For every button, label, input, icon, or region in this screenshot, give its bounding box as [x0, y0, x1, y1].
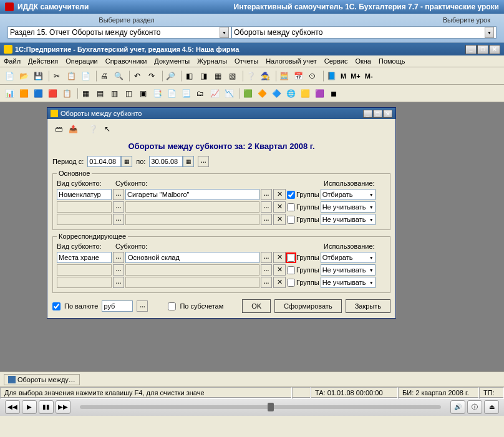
menu-documents[interactable]: Документы	[154, 57, 190, 65]
report-icon[interactable]: 🟩	[241, 87, 254, 100]
pause-button[interactable]: ▮▮	[39, 400, 54, 414]
info-button[interactable]: ⓘ	[467, 400, 482, 414]
pick-button[interactable]: …	[113, 214, 124, 225]
report-icon[interactable]: 📉	[222, 87, 236, 100]
copy-icon[interactable]: 📋	[64, 69, 78, 83]
pick-button[interactable]: …	[137, 300, 148, 312]
groups-checkbox[interactable]	[287, 216, 295, 224]
new-icon[interactable]: 📄	[2, 69, 16, 83]
clear-button[interactable]: ✕	[273, 214, 286, 225]
save-settings-icon[interactable]: 🗃	[52, 123, 65, 135]
type-input[interactable]	[57, 277, 112, 288]
chevron-down-icon[interactable]: ▼	[485, 27, 494, 38]
help-icon[interactable]: ❔	[244, 69, 258, 83]
help-icon[interactable]: ❔	[87, 123, 99, 135]
report-icon[interactable]: 📈	[208, 87, 221, 100]
wizard-icon[interactable]: 🧙	[258, 69, 272, 83]
calendar-icon[interactable]: 📅	[291, 69, 305, 83]
redo-icon[interactable]: ↷	[145, 69, 158, 83]
close-button[interactable]: ✕	[383, 110, 392, 118]
report-icon[interactable]: 🗂	[193, 87, 207, 100]
pick-button[interactable]: …	[261, 252, 272, 263]
m-plus-button[interactable]: M+	[349, 72, 362, 80]
clear-button[interactable]: ✕	[273, 189, 286, 200]
clock-icon[interactable]: ⏲	[306, 69, 319, 83]
clear-button[interactable]: ✕	[273, 252, 286, 263]
type-input[interactable]: Номенклатур	[57, 189, 112, 200]
subconto-input[interactable]: Сигареты "Malboro"	[125, 189, 259, 200]
book-icon[interactable]: 📘	[324, 69, 338, 83]
type-input[interactable]	[57, 214, 112, 225]
period-picker-button[interactable]: …	[198, 156, 209, 167]
menu-file[interactable]: Файл	[4, 57, 21, 65]
m-minus-button[interactable]: M-	[363, 72, 375, 80]
lesson-combo[interactable]: Обороты между субконто ▼	[231, 26, 497, 39]
report-icon[interactable]: ▣	[136, 87, 150, 100]
pick-button[interactable]: …	[113, 264, 124, 276]
usage-combo[interactable]: Не учитывать▼	[321, 214, 376, 225]
find-icon[interactable]: 🔎	[163, 69, 177, 83]
report-icon[interactable]: 🟦	[31, 87, 45, 100]
load-settings-icon[interactable]: 📤	[67, 123, 79, 135]
ok-button[interactable]: OK	[242, 299, 271, 313]
groups-checkbox[interactable]	[287, 203, 295, 211]
paste-icon[interactable]: 📄	[79, 69, 92, 83]
calendar-icon[interactable]: ▦	[183, 156, 194, 167]
prev-button[interactable]: ◀◀	[5, 400, 20, 414]
menu-refs[interactable]: Справочники	[105, 57, 147, 65]
type-input[interactable]	[57, 201, 112, 213]
report-icon[interactable]: 🟨	[298, 87, 312, 100]
subconto-input[interactable]	[125, 277, 259, 288]
usage-combo[interactable]: Отбирать▼	[321, 189, 376, 200]
tool-icon[interactable]: ▧	[225, 69, 239, 83]
clear-button[interactable]: ✕	[273, 264, 286, 276]
report-icon[interactable]: ▤	[93, 87, 107, 100]
by-subaccounts-checkbox[interactable]	[168, 302, 176, 310]
menu-operations[interactable]: Операции	[65, 57, 97, 65]
report-icon[interactable]: 📃	[179, 87, 193, 100]
close-button[interactable]: ✕	[489, 45, 500, 54]
report-icon[interactable]: 📊	[2, 87, 16, 100]
minimize-button[interactable]: _	[363, 110, 372, 118]
pick-button[interactable]: …	[261, 214, 272, 225]
dialog-titlebar[interactable]: Обороты между субконто _ □ ✕	[47, 108, 395, 119]
subconto-input[interactable]: Основной склад	[125, 252, 259, 263]
pick-button[interactable]: …	[113, 277, 124, 288]
tab-turnovers[interactable]: Обороты между…	[4, 374, 80, 385]
undo-icon[interactable]: ↶	[130, 69, 144, 83]
menu-service[interactable]: Сервис	[324, 57, 348, 65]
tool-icon[interactable]: ▦	[211, 69, 225, 83]
pick-button[interactable]: …	[113, 189, 124, 200]
open-icon[interactable]: 📂	[17, 69, 31, 83]
period-to-input[interactable]	[149, 156, 183, 167]
groups-checkbox[interactable]	[287, 254, 295, 262]
save-icon[interactable]: 💾	[31, 69, 45, 83]
by-currency-checkbox[interactable]	[52, 302, 61, 310]
arrow-cursor-icon[interactable]: ↖	[101, 123, 114, 135]
menu-windows[interactable]: Окна	[355, 57, 371, 65]
report-icon[interactable]: 🌐	[284, 87, 298, 100]
pick-button[interactable]: …	[261, 277, 272, 288]
calendar-icon[interactable]: ▦	[121, 156, 132, 167]
section-combo[interactable]: Раздел 15. Отчет Обороты между субконто …	[7, 26, 231, 39]
report-icon[interactable]: 📑	[150, 87, 164, 100]
pick-button[interactable]: …	[261, 264, 272, 276]
period-from-input[interactable]	[87, 156, 121, 167]
slider-thumb[interactable]	[268, 403, 274, 411]
close-button[interactable]: Закрыть	[346, 299, 390, 313]
next-button[interactable]: ▶▶	[56, 400, 70, 414]
maximize-button[interactable]: □	[373, 110, 382, 118]
clear-button[interactable]: ✕	[273, 201, 286, 213]
exit-button[interactable]: ⏏	[484, 400, 499, 414]
report-icon[interactable]: ◼	[327, 87, 341, 100]
report-icon[interactable]: 🟥	[46, 87, 59, 100]
usage-combo[interactable]: Не учитывать▼	[321, 277, 376, 288]
volume-button[interactable]: 🔊	[450, 400, 465, 414]
m-button[interactable]: M	[339, 72, 348, 80]
report-icon[interactable]: 🔷	[269, 87, 283, 100]
play-button[interactable]: ▶	[22, 400, 37, 414]
menu-reports[interactable]: Отчеты	[235, 57, 258, 65]
pick-button[interactable]: …	[113, 252, 124, 263]
report-icon[interactable]: 📄	[165, 87, 178, 100]
report-icon[interactable]: ▦	[79, 87, 92, 100]
